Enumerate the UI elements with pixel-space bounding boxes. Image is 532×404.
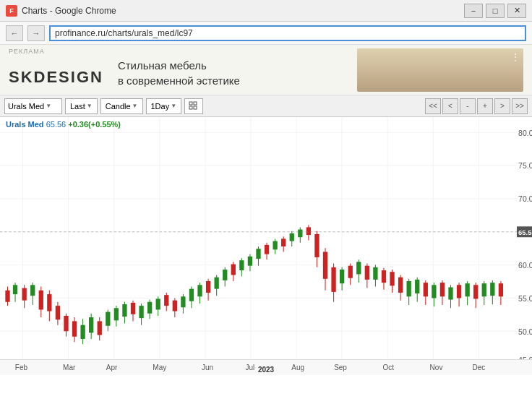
window-title: Charts - Google Chrome xyxy=(22,6,116,16)
candlestick-chart: 80.00 75.00 70.00 65.00 60.00 55.00 50.0… xyxy=(0,117,532,375)
svg-rect-106 xyxy=(348,266,353,278)
svg-rect-50 xyxy=(114,308,119,320)
time-label-may: May xyxy=(153,364,166,371)
svg-rect-46 xyxy=(98,321,102,335)
time-label-oct: Oct xyxy=(382,364,394,371)
svg-rect-74 xyxy=(215,278,219,289)
svg-rect-96 xyxy=(306,227,311,235)
time-label-mar: Mar xyxy=(63,364,75,371)
svg-rect-124 xyxy=(424,283,428,296)
time-axis: Feb Mar Apr May Jun Jul Aug Sep Oct Nov … xyxy=(0,359,532,375)
svg-rect-28 xyxy=(22,288,26,301)
address-bar: ← → xyxy=(0,22,532,45)
ad-label: РЕКЛАМА xyxy=(9,48,45,55)
svg-rect-112 xyxy=(373,267,377,280)
ad-logo: SKDESIGN xyxy=(9,68,103,87)
svg-rect-84 xyxy=(256,249,260,259)
chart-price-value: 65.56 xyxy=(46,120,66,129)
svg-rect-116 xyxy=(390,272,394,285)
ad-image-inner xyxy=(357,48,523,92)
back-button[interactable]: ← xyxy=(6,25,23,41)
time-label-aug: Aug xyxy=(291,364,304,371)
svg-rect-72 xyxy=(206,281,210,293)
maximize-button[interactable]: □ xyxy=(486,4,505,18)
nav-forward-button[interactable]: > xyxy=(494,98,510,114)
svg-rect-132 xyxy=(457,285,461,298)
svg-rect-94 xyxy=(298,230,302,238)
timeframe-select[interactable]: 1Day ▼ xyxy=(146,98,182,114)
svg-rect-76 xyxy=(223,270,227,280)
svg-rect-68 xyxy=(189,289,194,301)
svg-rect-140 xyxy=(490,283,494,296)
price-type-select[interactable]: Last ▼ xyxy=(65,98,98,114)
chart-change-text: +0.36(+0.55%) xyxy=(68,120,121,129)
title-bar: F Charts - Google Chrome − □ ✕ xyxy=(0,0,532,22)
symbol-dropdown-arrow: ▼ xyxy=(46,103,51,109)
chart-type-select[interactable]: Candle ▼ xyxy=(100,98,143,114)
svg-rect-86 xyxy=(265,245,269,254)
svg-text:70.00: 70.00 xyxy=(518,194,532,203)
grid-button[interactable] xyxy=(184,98,203,114)
svg-rect-80 xyxy=(239,260,244,270)
svg-rect-136 xyxy=(473,285,478,298)
ad-logo-container: SKDESIGN xyxy=(9,62,103,87)
svg-rect-104 xyxy=(340,270,344,283)
svg-rect-36 xyxy=(56,306,60,319)
svg-rect-98 xyxy=(314,234,319,257)
ad-text-line2: в современной эстетике xyxy=(118,73,240,88)
svg-rect-108 xyxy=(356,262,361,274)
nav-back-button[interactable]: < xyxy=(442,98,458,114)
grid-icon xyxy=(189,101,199,111)
svg-rect-38 xyxy=(64,316,68,331)
svg-text:50.00: 50.00 xyxy=(518,327,532,335)
chart-area: Urals Med 65.56 +0.36(+0.55%) xyxy=(0,117,532,375)
nav-minus-button[interactable]: - xyxy=(460,98,476,114)
close-button[interactable]: ✕ xyxy=(507,4,526,18)
forward-button[interactable]: → xyxy=(27,25,45,41)
nav-first-button[interactable]: << xyxy=(425,98,441,114)
svg-rect-3 xyxy=(194,106,197,109)
svg-rect-54 xyxy=(131,303,135,314)
svg-rect-0 xyxy=(189,102,192,105)
window-controls: − □ ✕ xyxy=(464,4,526,18)
svg-text:80.00: 80.00 xyxy=(518,129,532,137)
svg-rect-82 xyxy=(248,257,252,266)
timeframe-label: 1Day xyxy=(151,102,170,111)
svg-text:60.00: 60.00 xyxy=(518,261,532,270)
svg-rect-138 xyxy=(482,283,486,296)
nav-plus-button[interactable]: + xyxy=(477,98,493,114)
chart-symbol-name: Urals Med xyxy=(6,120,44,129)
time-label-dec: Dec xyxy=(472,364,485,371)
svg-rect-102 xyxy=(331,267,335,292)
browser-icon: F xyxy=(6,5,17,17)
time-label-jul: Jul xyxy=(246,364,255,371)
svg-rect-60 xyxy=(156,298,160,309)
svg-rect-122 xyxy=(415,280,419,293)
svg-rect-128 xyxy=(440,283,445,296)
svg-rect-2 xyxy=(189,106,192,109)
nav-last-button[interactable]: >> xyxy=(512,98,528,114)
chart-legend: Urals Med 65.56 +0.36(+0.55%) xyxy=(6,120,121,129)
time-label-nov: Nov xyxy=(430,364,443,371)
time-label-sep: Sep xyxy=(334,364,347,371)
svg-rect-64 xyxy=(173,301,177,311)
svg-rect-40 xyxy=(72,321,77,336)
address-input[interactable] xyxy=(49,25,526,41)
chart-nav-controls: << < - + > >> xyxy=(425,98,528,114)
svg-rect-42 xyxy=(80,325,85,339)
svg-rect-78 xyxy=(231,265,236,275)
svg-rect-118 xyxy=(398,278,403,293)
time-label-feb: Feb xyxy=(15,364,27,371)
svg-rect-52 xyxy=(122,304,126,317)
ad-menu-icon[interactable]: ⋮ xyxy=(510,51,520,63)
svg-rect-62 xyxy=(164,295,168,306)
svg-rect-66 xyxy=(181,296,185,307)
minimize-button[interactable]: − xyxy=(464,4,483,18)
svg-rect-142 xyxy=(499,283,503,296)
svg-rect-32 xyxy=(39,291,43,310)
svg-rect-134 xyxy=(465,283,469,296)
svg-rect-56 xyxy=(139,306,143,318)
ad-text-line1: Стильная мебель xyxy=(118,58,240,73)
ad-banner: РЕКЛАМА SKDESIGN Стильная мебель в совре… xyxy=(0,45,532,95)
symbol-select[interactable]: Urals Med ▼ xyxy=(4,98,62,114)
